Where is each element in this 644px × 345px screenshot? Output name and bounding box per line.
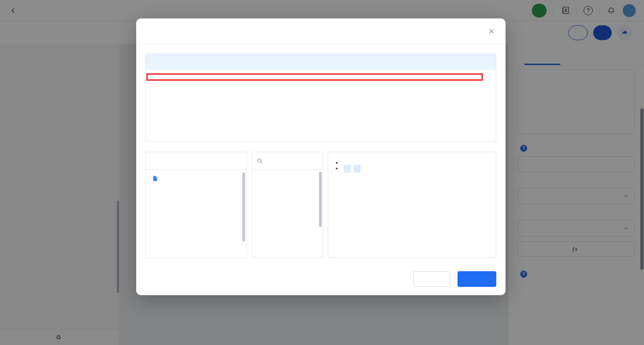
formula-target-field (146, 54, 496, 70)
example-field-chip (354, 165, 361, 172)
tip-item (336, 164, 488, 173)
formula-editor-modal: × (136, 18, 506, 295)
formula-input-area[interactable] (146, 70, 496, 141)
modal-body (136, 44, 506, 258)
variables-list (146, 170, 247, 257)
modal-footer (413, 271, 496, 287)
functions-list (252, 170, 323, 257)
example-field-chip (344, 165, 350, 172)
form-node[interactable] (146, 173, 247, 184)
close-icon[interactable]: × (488, 26, 494, 36)
panels-row (145, 152, 496, 258)
variables-panel (145, 152, 247, 258)
cancel-button[interactable] (413, 271, 450, 287)
modal-header: × (136, 18, 506, 44)
function-search-input[interactable] (252, 152, 323, 170)
formula-editor-box (145, 54, 496, 142)
tips-panel (328, 152, 496, 258)
variables-tabs (146, 152, 247, 170)
document-icon (151, 175, 158, 182)
variables-scrollbar[interactable] (242, 172, 245, 242)
functions-panel (252, 152, 323, 258)
search-icon (257, 158, 263, 164)
confirm-button[interactable] (457, 271, 496, 287)
formula-highlight-annotation (146, 73, 483, 81)
functions-scrollbar[interactable] (319, 172, 322, 227)
